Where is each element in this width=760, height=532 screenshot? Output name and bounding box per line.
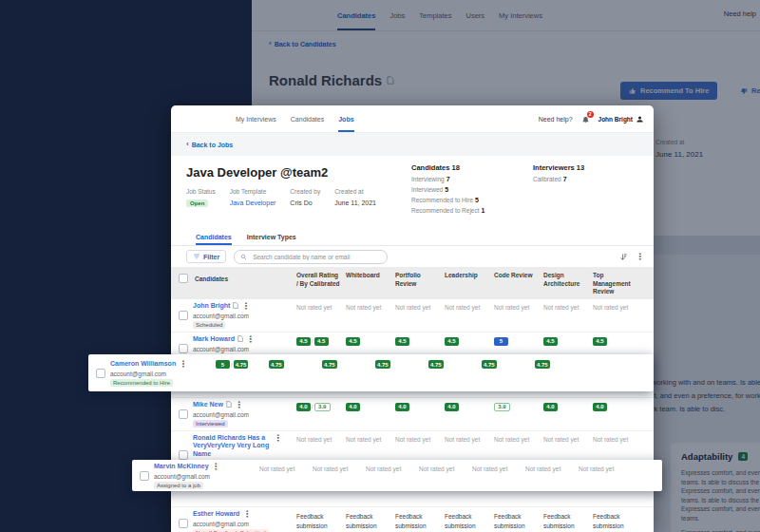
rating-cell: Not rated yet (417, 464, 470, 487)
row-menu-icon[interactable]: ⋮ (242, 510, 251, 519)
candidate-name-link[interactable]: Esther Howard (193, 510, 239, 519)
stats-title: Candidates 18 (411, 163, 503, 172)
candidate-info: Esther Howard⋮account@gmail.comNot all F… (193, 510, 269, 532)
copy-icon[interactable] (233, 302, 238, 309)
candidate-name-link[interactable]: John Bright (193, 302, 230, 311)
not-rated-label: Not rated yet (445, 304, 480, 311)
search-input[interactable] (251, 253, 381, 261)
row-menu-icon[interactable]: ⋮ (274, 434, 282, 443)
feedback-submission-label: Feedback submission (296, 513, 328, 529)
select-all-checkbox[interactable] (179, 274, 188, 283)
candidate-cell: John Bright⋮account@gmail.comScheduled (171, 302, 294, 329)
job-field: Job StatusOpen (186, 188, 216, 206)
row-checkbox[interactable] (96, 369, 105, 378)
rating-cell: Feedback submission (294, 510, 344, 532)
header-design-architecture: Design Architecture (542, 270, 591, 296)
stats-item: Interviewing7 (411, 176, 503, 182)
rating-badge: 4.5 (593, 337, 607, 346)
not-rated-label: Not rated yet (543, 304, 579, 311)
copy-icon[interactable] (226, 401, 232, 408)
candidate-name-link[interactable]: Cameron Williamson (110, 360, 176, 369)
candidate-name-link[interactable]: Mike New (193, 401, 223, 409)
rating-cell: Not rated yet (523, 464, 577, 487)
job-stats: Candidates 18Interviewing7Interviewed5Re… (411, 163, 624, 214)
candidate-status-badge: Interviewed (193, 420, 228, 428)
candidate-name-link[interactable]: Mark Howard (193, 335, 235, 344)
not-rated-label: Not rated yet (346, 304, 381, 311)
slash-separator: / (312, 338, 314, 344)
copy-icon[interactable] (238, 335, 243, 342)
candidate-info: John Bright⋮account@gmail.comScheduled (193, 302, 250, 329)
rating-badge: 4.5 (543, 337, 558, 346)
user-menu[interactable]: John Bright (598, 115, 644, 124)
rating-cell: Not rated yet (492, 302, 542, 329)
need-help-link-modal[interactable]: Need help? (539, 116, 573, 123)
candidate-name-line: Mark Howard⋮ (193, 335, 255, 344)
notification-count-badge: 2 (587, 111, 594, 118)
row-menu-icon[interactable]: ⋮ (246, 335, 255, 344)
rating-cell: Not rated yet (257, 464, 311, 487)
rating-cell: Feedback submission (492, 510, 542, 532)
section-tab-candidates[interactable]: Candidates (196, 228, 232, 245)
rating-badge: 4.75 (375, 360, 390, 369)
modal-nav-tab-my-interviews[interactable]: My Interviews (236, 105, 276, 132)
calibrated-rating-badge: 3.9 (314, 403, 331, 411)
row-checkbox[interactable] (179, 450, 188, 460)
modal-nav-tab-candidates[interactable]: Candidates (291, 105, 324, 132)
modal-nav-tab-jobs[interactable]: Jobs (338, 105, 353, 132)
feedback-submission-label: Feedback submission (593, 513, 624, 529)
row-checkbox[interactable] (179, 519, 188, 528)
table-menu-icon[interactable]: ⋮ (636, 253, 644, 261)
rating-badge: 4.75 (428, 360, 444, 369)
rating-cell: Feedback submission (591, 510, 640, 532)
rating-cell: 4.0/3.9 (294, 401, 344, 428)
stats-item: Recommended to Hire5 (411, 197, 503, 203)
rating-badge: 4.0 (445, 403, 459, 411)
candidate-search[interactable] (234, 250, 388, 264)
row-menu-icon[interactable]: ⋮ (179, 360, 187, 369)
rating-cell: 4.75 (533, 358, 586, 388)
rating-cell: Not rated yet (470, 464, 523, 487)
rating-cell: 5/4.75 (214, 358, 267, 388)
modal-nav-tabs: My InterviewsCandidatesJobs (236, 105, 354, 132)
candidate-email: account@gmail.com (193, 521, 269, 527)
person-icon (636, 115, 644, 124)
rating-badge: 4.5 (445, 337, 459, 346)
row-menu-icon[interactable]: ⋮ (235, 401, 243, 409)
job-field: Created byCris Do (290, 188, 320, 206)
not-rated-label: Not rated yet (259, 466, 294, 472)
row-checkbox[interactable] (140, 471, 149, 481)
row-checkbox[interactable] (179, 344, 188, 353)
rating-cell: Feedback submission (542, 510, 591, 532)
header-leadership: Leadership (443, 270, 492, 296)
candidate-name-link[interactable]: Ronald Richards Has a VeryVeryVery Very … (193, 434, 271, 459)
job-field-label: Created by (290, 188, 320, 195)
candidate-status-badge: Assigned to a job (154, 482, 203, 489)
filter-button[interactable]: Filter (186, 250, 226, 263)
stats-title: Interviewers 13 (533, 163, 624, 172)
back-to-jobs-link[interactable]: ‹ Back to Jobs (171, 133, 654, 156)
row-menu-icon[interactable]: ⋮ (212, 463, 220, 471)
popped-candidate-row[interactable]: Marvin McKinney⋮account@gmail.comAssigne… (132, 460, 662, 491)
feedback-submission-label: Feedback submission (543, 513, 575, 529)
not-rated-label: Not rated yet (593, 436, 628, 443)
job-field-value[interactable]: Java Developer (230, 200, 276, 206)
row-checkbox[interactable] (179, 311, 188, 320)
popped-candidate-row[interactable]: Cameron Williamson⋮account@gmail.comReco… (88, 354, 654, 391)
sort-icon[interactable] (619, 253, 628, 261)
rating-cell: Feedback submission (443, 510, 492, 532)
section-tab-interview-types[interactable]: Interview Types (247, 228, 296, 245)
row-menu-icon[interactable]: ⋮ (241, 302, 250, 311)
job-field: Created atJune 11, 2021 (334, 188, 376, 206)
notifications-button[interactable]: 2 (581, 115, 590, 124)
rating-cell: Not rated yet (577, 464, 630, 487)
header-overall-rating-by-calibrated: Overall Rating / By Calibrated (294, 270, 344, 296)
rating-cell: 4.75 (480, 358, 533, 388)
header-top-management-review: Top Management Review (591, 270, 640, 296)
candidate-name-line: Cameron Williamson⋮ (110, 360, 187, 369)
rating-cell: 4.75 (427, 358, 480, 388)
row-checkbox[interactable] (179, 409, 188, 419)
candidate-name-link[interactable]: Marvin McKinney (154, 463, 209, 471)
not-rated-label: Not rated yet (366, 466, 401, 472)
rating-cell: 4.0 (393, 401, 443, 428)
